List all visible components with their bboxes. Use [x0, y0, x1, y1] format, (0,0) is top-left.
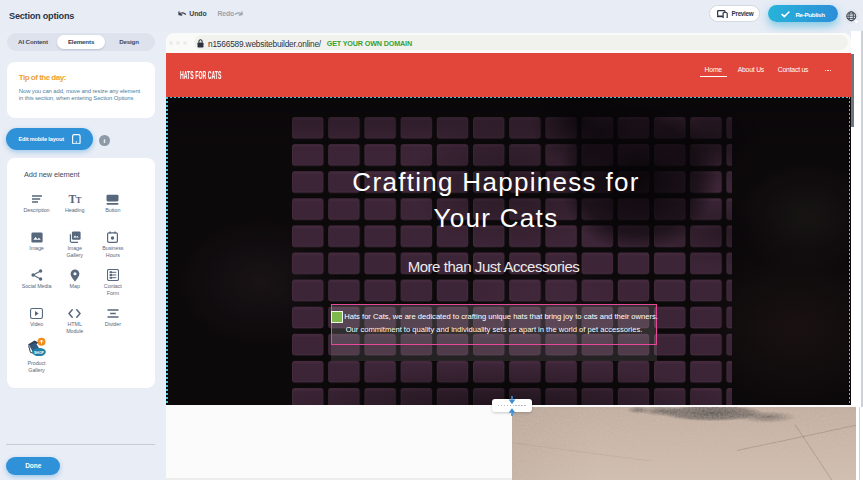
- svg-text:SHOP: SHOP: [34, 350, 45, 354]
